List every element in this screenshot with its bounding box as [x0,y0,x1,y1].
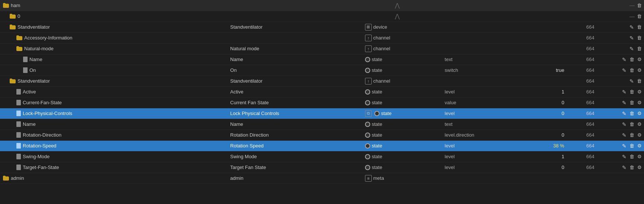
move-up-top-icon[interactable]: ⋀ [395,2,400,9]
row-name-label: Target-Fan-State [23,165,59,170]
delete-button[interactable]: 🗑 [629,67,635,73]
type-sub-label: text [445,57,453,62]
table-row[interactable]: Swing-Mode Swing Mode state level1664✎🗑⚙ [0,151,644,162]
edit-button[interactable]: ✎ [629,35,635,41]
row-name-label: Swing-Mode [23,154,50,159]
delete-button[interactable]: 🗑 [629,143,635,149]
edit-button[interactable]: ✎ [621,99,627,106]
row-id: 664 [586,132,594,138]
row-name-label: ham [11,3,20,8]
type-main-label: state [372,121,382,127]
row-label: Rotation Speed [230,143,264,149]
edit-button[interactable]: ✎ [621,110,627,117]
table-row[interactable]: Target-Fan-State Target Fan State state … [0,162,644,173]
table-row[interactable]: Name Name state text664✎🗑⚙ [0,119,644,130]
delete-button[interactable]: 🗑 [629,132,635,138]
edit-button[interactable]: ✎ [621,132,627,138]
gear-button[interactable]: ⚙ [637,143,643,149]
row-label: Active [230,89,243,95]
table-row[interactable]: Standventilator Standventilator ↑ channe… [0,76,644,86]
gear-button[interactable]: ⚙ [637,56,643,63]
edit-button[interactable]: ✎ [621,164,627,171]
table-row[interactable]: Rotation-Speed Rotation Speed state leve… [0,140,644,151]
gear-button[interactable]: ⚙ [637,153,643,160]
type-main-label: channel [373,46,390,51]
table-row[interactable]: Natural-mode Natural mode ↑ channel 664✎… [0,43,644,54]
row-value: 1 [562,89,564,95]
state-icon [374,111,380,116]
gear-button[interactable]: ⚙ [637,132,643,138]
state-icon [365,122,370,127]
copy-icon: ⧉ [365,110,372,117]
row-id: 664 [586,46,594,51]
delete-button[interactable]: 🗑 [636,24,643,30]
edit-button[interactable]: ✎ [621,89,627,95]
table-row[interactable]: Name Name state text664✎🗑⚙ [0,54,644,65]
table-row[interactable]: Lock-Physical-Controls Lock Physical Con… [0,108,644,119]
delete-button[interactable]: 🗑 [636,78,643,84]
row-name-label: On [29,67,36,73]
delete-button[interactable]: 🗑 [636,2,643,9]
table-row[interactable]: admin admin ≡ meta [0,173,644,184]
row-label: Swing Mode [230,154,257,159]
gear-button[interactable]: ⚙ [637,121,643,127]
row-value: 38 % [553,143,564,149]
table-row[interactable]: Standventilator Standventilator ⊞ device… [0,22,644,32]
gear-button[interactable]: ⚙ [637,110,643,117]
edit-button[interactable]: ✎ [621,56,627,63]
edit-button[interactable]: ✎ [629,24,635,31]
row-id: 664 [586,100,594,105]
delete-button[interactable]: 🗑 [636,45,643,52]
edit-button[interactable]: ✎ [621,153,627,160]
row-name-label: Lock-Physical-Controls [23,111,72,116]
row-label: Lock Physical Controls [230,111,279,116]
delete-button[interactable]: 🗑 [629,56,635,63]
state-icon [365,100,370,105]
folder-icon [16,35,22,40]
move-up-icon[interactable]: ⋀ [395,13,400,19]
folder-icon [3,176,9,181]
table-row[interactable]: On On state switchtrue664✎🗑⚙ [0,65,644,76]
delete-button[interactable]: 🗑 [629,110,635,117]
table-row[interactable]: Active Active state level1664✎🗑⚙ [0,86,644,97]
row-value: 0 [562,165,564,170]
row-label: Standventilator [230,78,263,84]
edit-button[interactable]: ✎ [629,45,635,52]
row-name-label: Current-Fan-State [23,100,62,105]
row-name-label: Rotation-Speed [23,143,56,149]
gear-button[interactable]: ⚙ [637,67,643,73]
row-id: 664 [586,154,594,159]
type-main-label: device [373,24,387,30]
delete-button[interactable]: 🗑 [629,153,635,160]
file-icon [16,89,21,95]
delete-button[interactable]: 🗑 [629,99,635,106]
gear-button[interactable]: ⚙ [637,164,643,170]
type-main-label: state [372,143,382,149]
type-sub-label: level [445,154,455,159]
gear-button[interactable]: ⚙ [637,99,643,106]
dash-icon: — [629,2,635,8]
table-row[interactable]: Accessory-Information ↑ channel 664✎🗑 [0,32,644,43]
type-main-label: meta [373,175,384,181]
delete-button[interactable]: 🗑 [629,164,635,170]
delete-button[interactable]: 🗑 [636,35,643,41]
delete-button[interactable]: 🗑 [629,121,635,127]
delete-button[interactable]: 🗑 [636,13,643,19]
table-row[interactable]: Current-Fan-State Current Fan State stat… [0,97,644,108]
edit-button[interactable]: ✎ [621,121,627,128]
delete-button[interactable]: 🗑 [629,89,635,95]
edit-button[interactable]: ✎ [621,67,627,74]
gear-button[interactable]: ⚙ [637,89,643,95]
row-label: Rotation Direction [230,132,269,138]
table-row[interactable]: Rotation-Direction Rotation Direction st… [0,130,644,140]
state-icon [365,165,370,170]
type-main-label: state [372,100,382,105]
edit-button[interactable]: ✎ [621,143,627,149]
row-id: 664 [586,121,594,127]
state-icon [365,68,370,73]
type-sub-label: level [445,89,455,95]
table-row[interactable]: 0 ⋀ — 🗑 [0,11,644,22]
folder-icon [3,3,9,8]
edit-button[interactable]: ✎ [629,78,635,85]
table-row[interactable]: ham ⋀ — 🗑 [0,0,644,11]
